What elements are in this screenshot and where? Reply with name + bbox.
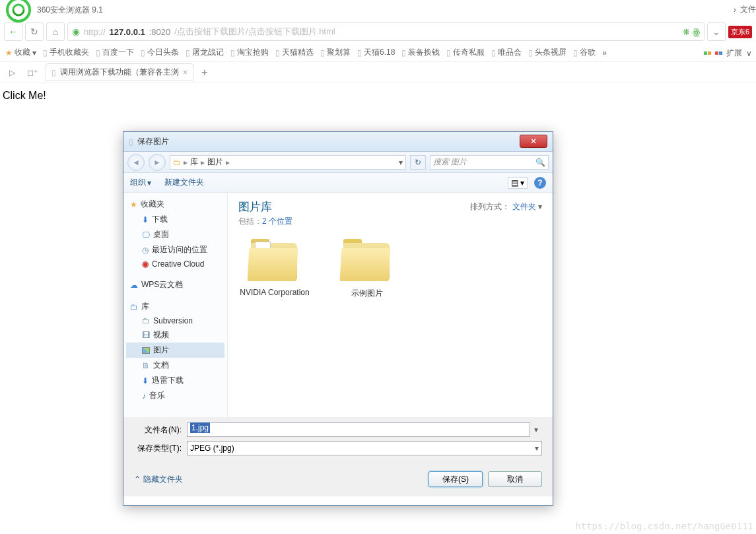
file-menu[interactable]: 文件 — [740, 4, 756, 15]
bookmark-label: 百度一下 — [102, 47, 134, 58]
tree-video[interactable]: 🎞视频 — [126, 327, 224, 343]
tree-pictures[interactable]: 图片 — [126, 343, 224, 358]
bookmark-label: 今日头条 — [147, 47, 179, 58]
bookmark-item[interactable]: ▯谷歌 — [573, 47, 596, 58]
bookmark-label: 头条视屏 — [535, 47, 567, 58]
page-icon: ▯ — [446, 48, 451, 57]
tree-xunlei[interactable]: ⬇迅雷下载 — [126, 373, 224, 388]
save-button[interactable]: 保存(S) — [429, 471, 483, 487]
tree-recent[interactable]: ◷最近访问的位置 — [126, 242, 224, 257]
folder-item[interactable]: NVIDIA Corporation — [238, 238, 311, 299]
bookmark-item[interactable]: ▯百度一下 — [96, 47, 134, 58]
hide-folders-button[interactable]: ⌃ 隐藏文件夹 — [134, 474, 183, 485]
locations-link[interactable]: 2 个位置 — [262, 217, 292, 226]
bookmark-label: 手机收藏夹 — [50, 47, 89, 58]
document-icon: 🗎 — [142, 361, 150, 370]
back-button[interactable]: ← — [4, 22, 22, 41]
breadcrumb-pics[interactable]: 图片 — [207, 156, 223, 168]
chevron-right-icon[interactable]: › — [734, 5, 736, 15]
page-icon: ▯ — [52, 68, 56, 77]
folder-icon — [341, 238, 394, 284]
bookmark-item[interactable]: ▯今日头条 — [141, 47, 179, 58]
new-tab-button[interactable]: + — [197, 67, 211, 79]
bookmark-item[interactable]: ▯手机收藏夹 — [43, 47, 89, 58]
tab-active[interactable]: ▯ 调用浏览器下载功能（兼容各主浏 × — [46, 63, 193, 81]
page-icon: ▯ — [573, 48, 578, 57]
chevron-down-icon[interactable]: ▾ — [530, 425, 542, 434]
bookmark-item[interactable]: ▯装备换钱 — [401, 47, 440, 58]
library-title: 图片库 — [238, 199, 272, 215]
filetype-label: 保存类型(T): — [134, 443, 187, 454]
favorites-label: 收藏 — [15, 47, 30, 58]
bookmark-item[interactable]: ▯传奇私服 — [446, 47, 485, 58]
search-icon: 🔍 — [535, 158, 545, 167]
search-input[interactable]: 搜索 图片 🔍 — [430, 155, 549, 170]
bookmark-label: 谷歌 — [580, 47, 596, 58]
bookmark-item[interactable]: ▯头条视屏 — [528, 47, 567, 58]
hide-folders-label: 隐藏文件夹 — [143, 474, 183, 485]
stop-button[interactable]: ◻⁺ — [23, 68, 42, 77]
organize-button[interactable]: 组织 ▾ — [130, 177, 151, 188]
nav-forward-button[interactable]: ► — [149, 154, 166, 171]
play-button[interactable]: ▷ — [5, 68, 19, 77]
bookmark-item[interactable]: ▯天猫精选 — [275, 47, 314, 58]
bookmark-item[interactable]: ▯天猫6.18 — [357, 47, 395, 58]
url-path: /点击按钮下载图片/点击按钮下载图片.html — [174, 26, 335, 38]
sort-label: 排列方式： — [470, 202, 510, 211]
star-icon: ★ — [130, 200, 137, 209]
tree-library[interactable]: 🗀库 — [126, 299, 224, 314]
browser-title: 360安全浏览器 9.1 — [37, 5, 103, 16]
folder-item[interactable]: 示例图片 — [331, 238, 403, 299]
tree-downloads[interactable]: ⬇下载 — [126, 212, 224, 227]
bookmark-label: 装备换钱 — [408, 47, 440, 58]
favorites-button[interactable]: ★收藏 ▾ — [5, 47, 36, 58]
chevron-down-icon: ▾ — [535, 444, 539, 453]
home-button[interactable]: ⌂ — [46, 22, 65, 41]
page-content: Click Me! — [0, 83, 756, 108]
desktop-icon: 🖵 — [142, 230, 150, 240]
swirl-icon[interactable]: ꙮ — [693, 27, 700, 37]
dialog-toolbar: 组织 ▾ 新建文件夹 ▤ ▾ ? — [123, 173, 553, 193]
bookmark-item[interactable]: ▯聚划算 — [320, 47, 351, 58]
page-icon: ▯ — [357, 48, 362, 57]
chevron-down-icon[interactable]: ∨ — [746, 49, 752, 58]
tree-wps[interactable]: ☁WPS云文档 — [126, 277, 224, 292]
close-icon[interactable]: × — [183, 68, 188, 77]
dropdown-button[interactable]: ⌄ — [707, 22, 726, 41]
tree-favorites[interactable]: ★收藏夹 — [126, 197, 224, 212]
tree-creative-cloud[interactable]: ◉Creative Cloud — [126, 257, 224, 271]
jd-badge[interactable]: 京东6 — [728, 26, 752, 38]
search-placeholder: 搜索 图片 — [433, 156, 467, 168]
tab-bar: ▷ ◻⁺ ▯ 调用浏览器下载功能（兼容各主浏 × + — [0, 62, 756, 83]
url-protocol: http:// — [84, 27, 106, 37]
tree-subversion[interactable]: 🗀Subversion — [126, 314, 224, 327]
extensions-label[interactable]: 扩展 — [726, 48, 742, 59]
help-icon[interactable]: ? — [534, 177, 546, 189]
tree-documents[interactable]: 🗎文档 — [126, 358, 224, 373]
breadcrumb-lib[interactable]: 库 — [190, 156, 198, 168]
tree-music[interactable]: ♪音乐 — [126, 388, 224, 403]
close-button[interactable]: ✕ — [520, 135, 547, 148]
bookmark-item[interactable]: ▯唯品会 — [491, 47, 522, 58]
reload-button[interactable]: ↻ — [25, 22, 44, 41]
filename-input[interactable]: 1.jpg — [187, 422, 530, 437]
refresh-button[interactable]: ↻ — [410, 155, 426, 170]
bookmark-item[interactable]: ▯屠龙战记 — [186, 47, 224, 58]
tree-desktop[interactable]: 🖵桌面 — [126, 227, 224, 242]
bookmark-item[interactable]: ▯淘宝抢购 — [230, 47, 269, 58]
filetype-combo[interactable]: JPEG (*.jpg) ▾ — [187, 441, 542, 455]
chevron-down-icon[interactable]: ▾ — [399, 158, 403, 167]
click-me-link[interactable]: Click Me! — [3, 90, 46, 101]
url-input[interactable]: ◉ http://127.0.0.1:8020/点击按钮下载图片/点击按钮下载图… — [67, 22, 704, 41]
browser-titlebar: 360安全浏览器 9.1 › 文件 — [0, 0, 756, 20]
bookmark-more[interactable]: » — [602, 48, 607, 57]
address-bar: ← ↻ ⌂ ◉ http://127.0.0.1:8020/点击按钮下载图片/点… — [0, 20, 756, 44]
view-button[interactable]: ▤ ▾ — [508, 177, 528, 189]
new-folder-button[interactable]: 新建文件夹 — [164, 177, 204, 188]
sort-control[interactable]: 排列方式： 文件夹 ▾ — [470, 201, 542, 213]
breadcrumb[interactable]: 🗀 ▸ 库 ▸ 图片 ▸ ▾ — [170, 155, 406, 170]
cancel-button[interactable]: 取消 — [488, 471, 542, 487]
leaf-icon[interactable]: ❋ — [683, 27, 690, 37]
nav-back-button[interactable]: ◄ — [127, 154, 145, 171]
recent-icon: ◷ — [142, 246, 149, 255]
